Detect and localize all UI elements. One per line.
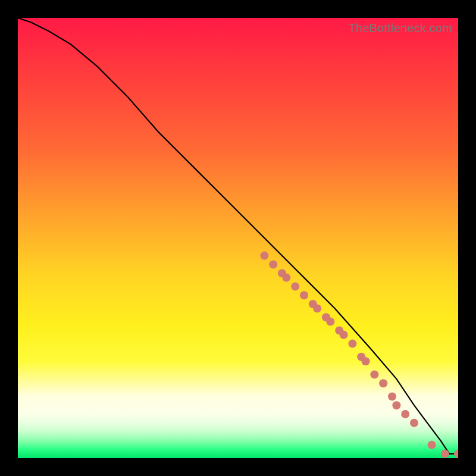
data-marker <box>379 379 387 387</box>
data-marker <box>300 291 308 299</box>
data-marker <box>260 252 268 260</box>
data-marker <box>401 410 409 418</box>
data-marker <box>282 274 290 282</box>
bottleneck-curve <box>18 18 458 454</box>
data-marker <box>269 260 277 268</box>
data-marker <box>362 357 370 365</box>
curve-path <box>18 18 458 454</box>
data-marker <box>348 340 356 348</box>
data-marker <box>428 441 436 449</box>
data-marker <box>441 450 449 458</box>
data-marker <box>388 392 396 400</box>
data-marker <box>326 318 334 326</box>
plot-area: TheBottleneck.com <box>18 18 458 458</box>
data-marker <box>291 282 299 290</box>
chart-stage: TheBottleneck.com <box>0 0 476 476</box>
data-marker <box>313 304 321 312</box>
data-marker <box>454 450 458 458</box>
data-marker <box>370 370 378 378</box>
data-markers <box>260 252 458 458</box>
chart-overlay <box>18 18 458 458</box>
data-marker <box>410 419 418 427</box>
data-marker <box>340 331 348 339</box>
data-marker <box>392 401 400 409</box>
